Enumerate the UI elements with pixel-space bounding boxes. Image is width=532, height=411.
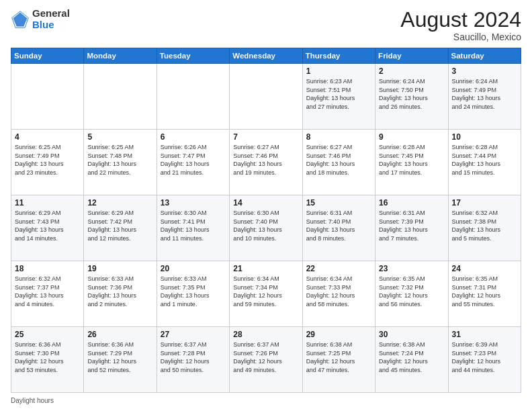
day-number: 13: [161, 198, 226, 208]
calendar-cell: 25Sunrise: 6:36 AM Sunset: 7:30 PM Dayli…: [11, 327, 84, 393]
day-number: 15: [306, 198, 371, 208]
day-detail: Sunrise: 6:35 AM Sunset: 7:32 PM Dayligh…: [379, 275, 444, 308]
logo-text: General Blue: [32, 8, 70, 30]
day-number: 5: [87, 132, 152, 142]
day-detail: Sunrise: 6:38 AM Sunset: 7:24 PM Dayligh…: [379, 340, 444, 374]
day-detail: Sunrise: 6:29 AM Sunset: 7:42 PM Dayligh…: [87, 209, 152, 242]
calendar-cell: 30Sunrise: 6:38 AM Sunset: 7:24 PM Dayli…: [375, 327, 448, 393]
day-number: 6: [161, 132, 226, 142]
calendar-cell: 4Sunrise: 6:25 AM Sunset: 7:49 PM Daylig…: [11, 130, 84, 195]
day-number: 11: [15, 198, 80, 208]
calendar-week-row: 25Sunrise: 6:36 AM Sunset: 7:30 PM Dayli…: [11, 327, 521, 393]
day-number: 27: [161, 330, 226, 339]
calendar-cell: 1Sunrise: 6:23 AM Sunset: 7:51 PM Daylig…: [302, 64, 375, 130]
calendar-cell: 27Sunrise: 6:37 AM Sunset: 7:28 PM Dayli…: [157, 327, 229, 393]
month-year: August 2024: [400, 8, 521, 32]
day-number: 10: [452, 132, 517, 142]
calendar-cell: 8Sunrise: 6:27 AM Sunset: 7:46 PM Daylig…: [302, 130, 375, 195]
day-number: 24: [452, 264, 517, 273]
day-detail: Sunrise: 6:34 AM Sunset: 7:34 PM Dayligh…: [233, 275, 298, 308]
day-detail: Sunrise: 6:23 AM Sunset: 7:51 PM Dayligh…: [306, 77, 371, 111]
day-detail: Sunrise: 6:25 AM Sunset: 7:48 PM Dayligh…: [87, 143, 152, 177]
calendar-cell: 21Sunrise: 6:34 AM Sunset: 7:34 PM Dayli…: [230, 261, 302, 327]
weekday-header-monday: Monday: [84, 48, 157, 64]
calendar-cell: 11Sunrise: 6:29 AM Sunset: 7:43 PM Dayli…: [11, 195, 84, 261]
calendar-cell: 26Sunrise: 6:36 AM Sunset: 7:29 PM Dayli…: [84, 327, 157, 393]
day-number: 18: [15, 264, 80, 273]
calendar-cell: 23Sunrise: 6:35 AM Sunset: 7:32 PM Dayli…: [375, 261, 448, 327]
calendar-cell: [11, 64, 84, 130]
day-detail: Sunrise: 6:31 AM Sunset: 7:39 PM Dayligh…: [379, 209, 444, 242]
calendar-cell: [230, 64, 302, 130]
day-detail: Sunrise: 6:32 AM Sunset: 7:37 PM Dayligh…: [15, 275, 80, 308]
day-number: 8: [306, 132, 371, 142]
title-block: August 2024 Saucillo, Mexico: [400, 8, 521, 42]
page: General Blue August 2024 Saucillo, Mexic…: [0, 0, 532, 411]
day-number: 4: [15, 132, 80, 142]
calendar-cell: 9Sunrise: 6:28 AM Sunset: 7:45 PM Daylig…: [375, 130, 448, 195]
footer: Daylight hours: [11, 397, 521, 404]
day-detail: Sunrise: 6:27 AM Sunset: 7:46 PM Dayligh…: [233, 143, 298, 177]
day-detail: Sunrise: 6:34 AM Sunset: 7:33 PM Dayligh…: [306, 275, 371, 308]
calendar-cell: 12Sunrise: 6:29 AM Sunset: 7:42 PM Dayli…: [84, 195, 157, 261]
day-number: 7: [233, 132, 298, 142]
calendar-cell: 14Sunrise: 6:30 AM Sunset: 7:40 PM Dayli…: [230, 195, 302, 261]
calendar-cell: [84, 64, 157, 130]
day-number: 14: [233, 198, 298, 208]
day-detail: Sunrise: 6:28 AM Sunset: 7:45 PM Dayligh…: [379, 143, 444, 177]
day-detail: Sunrise: 6:37 AM Sunset: 7:26 PM Dayligh…: [233, 340, 298, 374]
calendar-cell: 5Sunrise: 6:25 AM Sunset: 7:48 PM Daylig…: [84, 130, 157, 195]
day-number: 9: [379, 132, 444, 142]
calendar-cell: [157, 64, 229, 130]
calendar-cell: 31Sunrise: 6:39 AM Sunset: 7:23 PM Dayli…: [448, 327, 521, 393]
weekday-header-friday: Friday: [375, 48, 448, 64]
calendar-cell: 15Sunrise: 6:31 AM Sunset: 7:40 PM Dayli…: [302, 195, 375, 261]
header: General Blue August 2024 Saucillo, Mexic…: [11, 8, 521, 42]
day-number: 22: [306, 264, 371, 273]
calendar-cell: 17Sunrise: 6:32 AM Sunset: 7:38 PM Dayli…: [448, 195, 521, 261]
calendar-cell: 16Sunrise: 6:31 AM Sunset: 7:39 PM Dayli…: [375, 195, 448, 261]
calendar-cell: 29Sunrise: 6:38 AM Sunset: 7:25 PM Dayli…: [302, 327, 375, 393]
calendar-cell: 6Sunrise: 6:26 AM Sunset: 7:47 PM Daylig…: [157, 130, 229, 195]
day-detail: Sunrise: 6:36 AM Sunset: 7:30 PM Dayligh…: [15, 340, 80, 374]
day-number: 17: [452, 198, 517, 208]
calendar-cell: 19Sunrise: 6:33 AM Sunset: 7:36 PM Dayli…: [84, 261, 157, 327]
calendar-cell: 13Sunrise: 6:30 AM Sunset: 7:41 PM Dayli…: [157, 195, 229, 261]
day-detail: Sunrise: 6:27 AM Sunset: 7:46 PM Dayligh…: [306, 143, 371, 177]
day-detail: Sunrise: 6:24 AM Sunset: 7:49 PM Dayligh…: [452, 77, 517, 111]
calendar-cell: 7Sunrise: 6:27 AM Sunset: 7:46 PM Daylig…: [230, 130, 302, 195]
calendar-week-row: 1Sunrise: 6:23 AM Sunset: 7:51 PM Daylig…: [11, 64, 521, 130]
weekday-header-thursday: Thursday: [302, 48, 375, 64]
day-number: 23: [379, 264, 444, 273]
day-number: 30: [379, 330, 444, 339]
day-number: 19: [87, 264, 152, 273]
weekday-header-wednesday: Wednesday: [230, 48, 302, 64]
logo-blue: Blue: [32, 19, 70, 31]
calendar-cell: 24Sunrise: 6:35 AM Sunset: 7:31 PM Dayli…: [448, 261, 521, 327]
calendar-cell: 2Sunrise: 6:24 AM Sunset: 7:50 PM Daylig…: [375, 64, 448, 130]
day-detail: Sunrise: 6:24 AM Sunset: 7:50 PM Dayligh…: [379, 77, 444, 111]
day-number: 31: [452, 330, 517, 339]
calendar-cell: 3Sunrise: 6:24 AM Sunset: 7:49 PM Daylig…: [448, 64, 521, 130]
location: Saucillo, Mexico: [400, 32, 521, 42]
day-number: 29: [306, 330, 371, 339]
day-detail: Sunrise: 6:30 AM Sunset: 7:40 PM Dayligh…: [233, 209, 298, 242]
day-detail: Sunrise: 6:37 AM Sunset: 7:28 PM Dayligh…: [161, 340, 226, 374]
weekday-header-sunday: Sunday: [11, 48, 84, 64]
logo-general: General: [32, 8, 70, 19]
calendar-table: SundayMondayTuesdayWednesdayThursdayFrid…: [11, 48, 521, 393]
day-detail: Sunrise: 6:35 AM Sunset: 7:31 PM Dayligh…: [452, 275, 517, 308]
day-detail: Sunrise: 6:33 AM Sunset: 7:35 PM Dayligh…: [161, 275, 226, 308]
calendar-cell: 18Sunrise: 6:32 AM Sunset: 7:37 PM Dayli…: [11, 261, 84, 327]
logo-icon: [11, 10, 30, 29]
day-number: 26: [87, 330, 152, 339]
day-detail: Sunrise: 6:29 AM Sunset: 7:43 PM Dayligh…: [15, 209, 80, 242]
weekday-header-tuesday: Tuesday: [157, 48, 229, 64]
day-detail: Sunrise: 6:36 AM Sunset: 7:29 PM Dayligh…: [87, 340, 152, 374]
day-detail: Sunrise: 6:28 AM Sunset: 7:44 PM Dayligh…: [452, 143, 517, 177]
calendar-cell: 20Sunrise: 6:33 AM Sunset: 7:35 PM Dayli…: [157, 261, 229, 327]
day-number: 20: [161, 264, 226, 273]
day-detail: Sunrise: 6:38 AM Sunset: 7:25 PM Dayligh…: [306, 340, 371, 374]
calendar-cell: 22Sunrise: 6:34 AM Sunset: 7:33 PM Dayli…: [302, 261, 375, 327]
calendar-cell: 10Sunrise: 6:28 AM Sunset: 7:44 PM Dayli…: [448, 130, 521, 195]
